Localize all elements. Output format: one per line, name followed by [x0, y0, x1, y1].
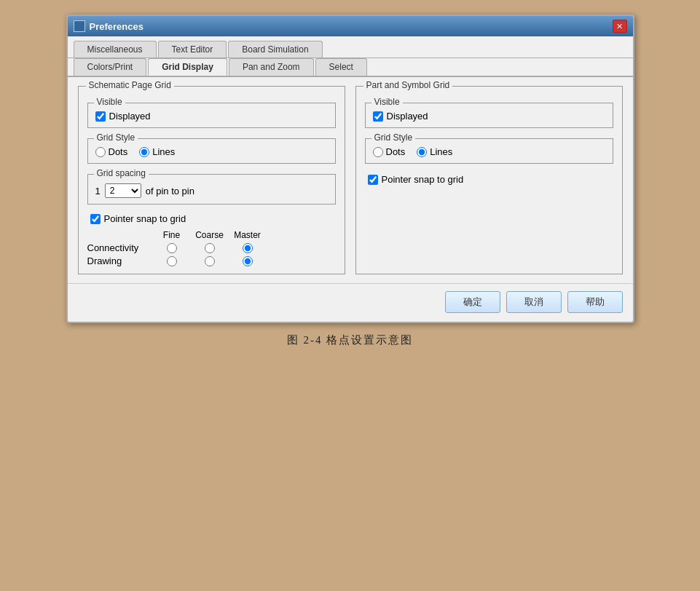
ok-button[interactable]: 确定 — [445, 291, 500, 313]
drawing-fine-radio[interactable] — [167, 256, 177, 266]
tab-board-simulation[interactable]: Board Simulation — [228, 41, 322, 57]
tab-pan-and-zoom[interactable]: Pan and Zoom — [229, 58, 314, 76]
part-dots-radio[interactable] — [373, 147, 383, 157]
connectivity-coarse-radio[interactable] — [205, 243, 215, 253]
part-symbol-grid-group: Part and Symbol Grid Visible Displayed G… — [355, 86, 623, 274]
connectivity-fine-cell — [153, 243, 191, 253]
schematic-dots-radio[interactable] — [95, 147, 106, 157]
connectivity-master-cell — [229, 243, 267, 253]
schematic-visible-group: Visible Displayed — [87, 103, 336, 128]
preferences-window: Preferences ✕ Miscellaneous Text Editor … — [66, 15, 634, 323]
drawing-row: Drawing — [87, 255, 336, 266]
master-header: Master — [229, 230, 267, 240]
tab-miscellaneous[interactable]: Miscellaneous — [74, 41, 157, 57]
part-grid-style-label: Grid Style — [371, 132, 416, 143]
connectivity-label: Connectivity — [87, 242, 153, 253]
schematic-pointer-snap-row: Pointer snap to grid — [90, 213, 336, 224]
schematic-grid-title: Schematic Page Grid — [86, 80, 174, 90]
schematic-dots-label: Dots — [109, 146, 128, 157]
drawing-master-cell — [229, 256, 267, 266]
part-grid-style-group: Grid Style Dots Lines — [365, 138, 613, 164]
schematic-visible-label: Visible — [94, 97, 125, 107]
part-pointer-snap-label: Pointer snap to grid — [382, 174, 464, 185]
part-lines-radio-item: Lines — [417, 146, 452, 157]
coarse-header: Coarse — [191, 230, 229, 240]
schematic-lines-radio[interactable] — [139, 147, 149, 157]
conn-header: Fine Coarse Master — [153, 230, 336, 240]
part-pointer-snap-row: Pointer snap to grid — [368, 174, 613, 185]
part-symbol-grid-title: Part and Symbol Grid — [363, 80, 453, 90]
connectivity-fine-radio[interactable] — [167, 243, 177, 253]
part-lines-radio[interactable] — [417, 147, 427, 157]
window-title: Preferences — [90, 21, 143, 32]
part-displayed-label: Displayed — [387, 111, 428, 122]
part-grid-style-radios: Dots Lines — [373, 146, 605, 157]
schematic-spacing-title: Grid spacing — [94, 168, 149, 178]
tab-grid-display[interactable]: Grid Display — [148, 58, 227, 76]
connectivity-table: Fine Coarse Master Connectivity — [87, 230, 336, 266]
figure-caption: 图 2-4 格点设置示意图 — [287, 333, 414, 347]
bottom-buttons: 确定 取消 帮助 — [68, 283, 633, 322]
part-dots-label: Dots — [386, 146, 406, 157]
grids-row: Schematic Page Grid Visible Displayed Gr… — [78, 86, 623, 274]
schematic-lines-label: Lines — [152, 146, 175, 157]
schematic-grid-style-group: Grid Style Dots Lines — [87, 138, 336, 164]
schematic-grid-style-radios: Dots Lines — [95, 146, 328, 157]
drawing-radios — [153, 256, 267, 266]
schematic-of-pin-label: of pin to pin — [146, 186, 194, 197]
schematic-pointer-snap-checkbox[interactable] — [90, 214, 101, 224]
part-displayed-row: Displayed — [373, 111, 605, 122]
tab-bar-top: Miscellaneous Text Editor Board Simulati… — [68, 36, 633, 58]
tab-select[interactable]: Select — [315, 58, 367, 76]
tab-text-editor[interactable]: Text Editor — [158, 41, 227, 57]
title-bar-left: Preferences — [74, 20, 143, 32]
schematic-spacing-group: Grid spacing 1 2 1 4 5 10 of pin to pin — [87, 174, 336, 205]
drawing-coarse-cell — [191, 256, 229, 266]
content-area: Schematic Page Grid Visible Displayed Gr… — [68, 77, 633, 283]
part-lines-label: Lines — [430, 146, 452, 157]
schematic-grid-group: Schematic Page Grid Visible Displayed Gr… — [78, 86, 345, 274]
drawing-label: Drawing — [87, 255, 153, 266]
connectivity-row: Connectivity — [87, 242, 336, 253]
schematic-displayed-checkbox[interactable] — [95, 111, 106, 122]
title-bar: Preferences ✕ — [68, 16, 633, 36]
schematic-spacing-num: 1 — [95, 186, 101, 197]
connectivity-master-radio[interactable] — [243, 243, 253, 253]
cancel-button[interactable]: 取消 — [506, 291, 562, 313]
schematic-grid-style-label: Grid Style — [94, 132, 138, 143]
tab-bar-bottom: Colors/Print Grid Display Pan and Zoom S… — [68, 58, 633, 77]
part-visible-label: Visible — [371, 97, 403, 107]
connectivity-coarse-cell — [191, 243, 229, 253]
drawing-fine-cell — [153, 256, 191, 266]
connectivity-radios — [153, 243, 267, 253]
schematic-displayed-label: Displayed — [109, 111, 151, 122]
schematic-lines-radio-item: Lines — [139, 146, 175, 157]
part-visible-group: Visible Displayed — [365, 103, 613, 128]
help-button[interactable]: 帮助 — [567, 291, 623, 313]
drawing-coarse-radio[interactable] — [205, 256, 215, 266]
fine-header: Fine — [153, 230, 191, 240]
schematic-displayed-row: Displayed — [95, 111, 328, 122]
app-icon — [74, 20, 85, 32]
tab-colors-print[interactable]: Colors/Print — [74, 58, 147, 76]
schematic-spacing-row: 1 2 1 4 5 10 of pin to pin — [95, 183, 328, 198]
schematic-spacing-dropdown[interactable]: 2 1 4 5 10 — [105, 183, 141, 198]
close-button[interactable]: ✕ — [613, 20, 627, 33]
schematic-pointer-snap-label: Pointer snap to grid — [104, 213, 186, 224]
part-dots-radio-item: Dots — [373, 146, 406, 157]
drawing-master-radio[interactable] — [243, 256, 253, 266]
schematic-dots-radio-item: Dots — [95, 146, 128, 157]
part-pointer-snap-checkbox[interactable] — [368, 175, 378, 185]
part-displayed-checkbox[interactable] — [373, 111, 383, 122]
